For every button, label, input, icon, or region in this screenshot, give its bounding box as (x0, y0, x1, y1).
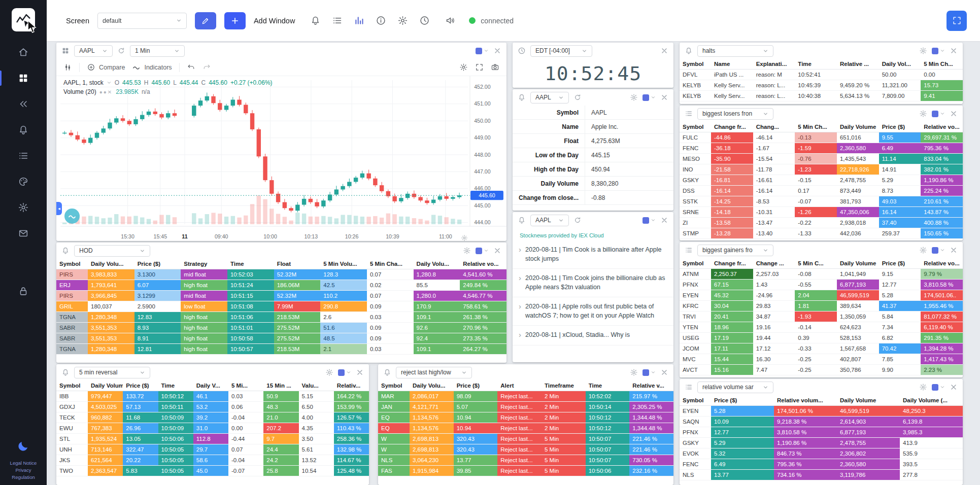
gear-icon[interactable] (919, 383, 928, 392)
legal-notice-link[interactable]: Legal Notice (10, 460, 37, 466)
column-header[interactable]: Price ($) (711, 395, 774, 406)
table-row[interactable]: DFVLiPath US ...reason: M10:52:4150.000.… (680, 70, 963, 80)
close-icon[interactable] (660, 216, 669, 225)
gear-icon[interactable] (462, 246, 471, 255)
close-icon[interactable] (355, 368, 364, 377)
table-row[interactable]: STL1,935,52413.0510:50:06112.8-0.449.73.… (56, 434, 369, 444)
add-alert-window-button[interactable] (310, 15, 321, 26)
compare-button[interactable]: Compare (87, 63, 125, 72)
table-row[interactable]: USEG17.1919.440.39528,1536.82291.35 % (680, 333, 963, 343)
column-header[interactable]: Daily Volume (837, 122, 879, 132)
add-list-window-button[interactable] (332, 15, 343, 26)
table-row[interactable]: EQ1,134,57610.94Reject last...2 Min10:50… (378, 423, 673, 434)
table-row[interactable]: NLS13.77734.16 %3,119,786277.8 (680, 470, 963, 480)
column-header[interactable]: 5 Min C... (795, 258, 837, 269)
window-header[interactable]: AAPL (513, 212, 673, 228)
table-row[interactable]: KFRC30.0429.831.81389,63441.371,955.46 % (680, 301, 963, 311)
layout-widget-selector[interactable] (643, 217, 656, 224)
column-header[interactable]: 5 Min Volu... (320, 259, 367, 269)
column-header[interactable]: Daily Vol... (879, 59, 921, 70)
table-row[interactable]: TGNA1,280,34812.83high float10:51:06218.… (56, 312, 506, 323)
column-header[interactable]: Change fr... (711, 258, 753, 269)
table-row[interactable]: MVC15.4416.30-0.25402,8077.851,417.43 % (680, 354, 963, 365)
redo-button[interactable] (202, 63, 211, 72)
news-item[interactable]: ›2020-08-11 | Apple rolls out first publ… (513, 297, 673, 326)
close-icon[interactable] (660, 93, 669, 102)
layout-widget-selector[interactable] (932, 48, 945, 54)
scanner-select[interactable]: biggest gainers fro (697, 245, 773, 256)
table-row[interactable]: JAN4,121,7715.07Reject last...2 Min10:50… (378, 402, 673, 412)
table-row[interactable]: TECK960,88211.6810:50:0939.2-0.0421.04.0… (56, 412, 369, 423)
table-row[interactable]: SSTK-14.25-8.53-0.07381,79349.03210.61 % (680, 196, 963, 207)
column-header[interactable]: Daily Volume (837, 258, 879, 269)
close-icon[interactable] (949, 46, 958, 55)
chart-snapshot-button[interactable] (491, 63, 499, 72)
chart-timeframe-select[interactable]: 1 Min (130, 45, 185, 57)
column-header[interactable]: Daily Volume (837, 395, 900, 406)
table-row[interactable]: ATNM2,250.372,257.03-0.081,041,9499.159.… (680, 269, 963, 280)
column-header[interactable]: Symbol (680, 59, 711, 70)
undo-button[interactable] (187, 63, 195, 72)
chart-style-button[interactable] (63, 63, 72, 72)
layout-widget-selector[interactable] (476, 248, 489, 254)
column-header[interactable]: Timeframe (542, 380, 586, 391)
sidebar-item-dashboard[interactable] (0, 73, 47, 84)
table-row[interactable]: ERJ1,793,6416.07high float10:51:24186.06… (56, 280, 506, 291)
column-header[interactable]: Symbol (680, 395, 711, 406)
column-header[interactable]: Price ($) (454, 380, 498, 391)
table-row[interactable]: MESO-35.90-15.54-0.761,435,54311.14833.0… (680, 154, 963, 164)
table-row[interactable]: EYEN5.28174,501.06 %46,599,51948,250.3 (680, 406, 963, 417)
layout-widget-selector[interactable] (476, 48, 489, 54)
table-row[interactable]: SABR3,551,3538.93high float10:51:01275.5… (56, 323, 506, 333)
table-row[interactable]: UNH713,146322.4710:50:0529.70.0724.45.61… (56, 444, 369, 455)
layout-widget-selector[interactable] (932, 384, 945, 391)
column-header[interactable]: Price ($) (879, 258, 921, 269)
table-row[interactable]: PIRS3,983,8333.1300mid float10:52:0352.3… (56, 269, 506, 280)
table-row[interactable]: SAQN10.099,218.38 %2,614,9036,139.8 (680, 417, 963, 427)
table-row[interactable]: SRNE-14.18-10.31-1.2647,350,00616.14143.… (680, 207, 963, 218)
window-header[interactable]: halts (680, 43, 963, 59)
window-header[interactable]: reject last high/low (378, 364, 673, 380)
scanner-select[interactable]: relative volume sar (697, 382, 773, 393)
table-row[interactable]: EWU767,38326.9610:50:0931.00.00207.24.35… (56, 423, 369, 434)
column-header[interactable]: Relative vo... (921, 122, 963, 132)
window-header[interactable]: AAPL (513, 89, 673, 106)
column-header[interactable]: Price ($) (134, 259, 181, 269)
layout-widget-selector[interactable] (643, 369, 656, 376)
refresh-icon[interactable] (573, 93, 582, 102)
chart-window-header[interactable]: AAPL 1 Min (56, 43, 506, 59)
sidebar-item-replay[interactable] (0, 98, 47, 110)
sidebar-item-home[interactable] (0, 47, 47, 58)
table-row[interactable]: NLS3,064,23013.77Reject last...5 Min10:5… (378, 455, 673, 466)
chart-symbol-select[interactable]: AAPL (74, 45, 113, 57)
table-row[interactable]: FAS1,915,98439.85Reject last...5 Min10:5… (378, 466, 673, 476)
table-row[interactable]: GRIL180,0372.5900low float10:51:087.99M2… (56, 301, 506, 312)
window-header[interactable]: biggest losers fron (680, 106, 963, 122)
window-header[interactable]: HOD (56, 243, 506, 259)
column-header[interactable]: Daily Volume (88, 380, 123, 391)
window-header[interactable]: biggest gainers fro (680, 242, 963, 258)
column-header[interactable]: Daily Volu... (414, 259, 460, 269)
column-header[interactable]: Daily Volume (... (900, 395, 963, 406)
table-row[interactable]: FENC-36.18-1.67-1.592,360,5806.49795.36 … (680, 143, 963, 154)
sidebar-item-alerts[interactable] (0, 124, 47, 135)
regulation-link[interactable]: Regulation (12, 474, 35, 480)
table-row[interactable]: TRVI20.4134.87-1.931,350,0595.8481,077.3… (680, 311, 963, 322)
table-row[interactable]: KELYBKelly Serv...reason: L...10:40:385,… (680, 91, 963, 101)
column-header[interactable]: Symbol (56, 259, 88, 269)
layout-widget-selector[interactable] (932, 111, 945, 117)
scanner-select[interactable]: HOD (74, 245, 150, 257)
column-header[interactable]: Price ($) (123, 380, 158, 391)
volume-legend-icons[interactable]: ●●✕ (99, 89, 113, 95)
column-header[interactable]: 15 Min ... (263, 380, 298, 391)
sidebar-item-news[interactable] (0, 150, 47, 161)
axis-settings-gear-icon[interactable] (461, 234, 468, 241)
column-header[interactable]: 5 Min Ch... (795, 122, 837, 132)
layout-widget-selector[interactable] (338, 369, 351, 376)
gear-icon[interactable] (919, 109, 928, 118)
column-header[interactable]: Valu... (299, 380, 334, 391)
timezone-select[interactable]: EDT [-04:00] (530, 45, 592, 57)
column-header[interactable]: Float (274, 259, 321, 269)
table-row[interactable]: YTEN18.9619.16-0.14624,6237.346,119.40 % (680, 322, 963, 333)
table-row[interactable]: AVCT15.167.47-0.25350,7869.902.23 % (680, 365, 963, 375)
